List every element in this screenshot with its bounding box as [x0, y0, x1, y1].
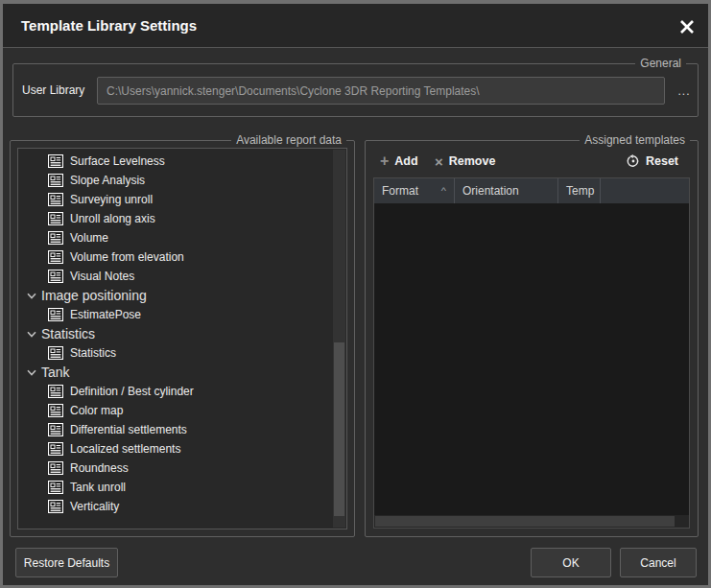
table-horizontal-scrollbar[interactable] [374, 515, 689, 528]
report-icon [48, 442, 63, 456]
tree-item-label: Localized settlements [70, 442, 180, 456]
report-icon [48, 461, 63, 475]
sort-ascending-icon: ^ [441, 186, 446, 195]
tree-item-label: Image positioning [41, 288, 147, 303]
tree-item[interactable]: Verticality [18, 497, 332, 516]
report-icon [48, 154, 63, 168]
report-icon [48, 174, 63, 187]
tree-item[interactable]: Unroll along axis [18, 209, 332, 228]
report-icon [48, 346, 63, 360]
ok-button[interactable]: OK [531, 548, 611, 577]
report-data-tree: Surface LevelnessSlope AnalysisSurveying… [17, 148, 347, 529]
title-bar: Template Library Settings [3, 4, 708, 48]
tree-item[interactable]: Surface Levelness [18, 152, 332, 171]
user-library-input[interactable] [97, 77, 665, 105]
assigned-toolbar: + Add × Remove Reset [373, 150, 690, 173]
chevron-down-icon[interactable] [27, 293, 36, 299]
template-library-settings-dialog: Template Library Settings General User L… [0, 0, 711, 588]
general-group: General User Library ... [12, 63, 699, 117]
chevron-down-icon[interactable] [27, 369, 36, 376]
report-icon [48, 385, 63, 398]
report-icon [48, 481, 63, 494]
tree-item-label: Volume from elevation [70, 250, 184, 264]
reset-button[interactable]: Reset [627, 150, 678, 173]
tree-group-header[interactable]: Image positioning [18, 286, 332, 305]
tree-item-label: Tank unroll [70, 481, 126, 494]
tree-item-label: Surface Levelness [70, 154, 165, 168]
tree-item[interactable]: Tank unroll [18, 478, 332, 497]
tree-item-label: Definition / Best cylinder [70, 385, 194, 398]
available-report-data-group: Available report data Surface LevelnessS… [10, 140, 355, 537]
tree-item-label: Visual Notes [70, 270, 134, 283]
column-header-temp[interactable]: Temp [558, 178, 601, 203]
tree-item[interactable]: Roundness [18, 459, 332, 478]
tree-item[interactable]: Slope Analysis [18, 171, 332, 190]
restore-defaults-button[interactable]: Restore Defaults [15, 548, 118, 577]
tree-scrollbar-thumb[interactable] [334, 342, 344, 516]
templates-table-header: Format^OrientationTemp [374, 178, 689, 203]
plus-icon: + [380, 153, 389, 169]
templates-table-body[interactable] [374, 203, 689, 515]
tree-item-label: Unroll along axis [70, 212, 155, 225]
dialog-title: Template Library Settings [21, 4, 197, 48]
tree-item[interactable]: Color map [18, 401, 332, 420]
reset-icon [627, 154, 640, 168]
tree-item-label: Surveying unroll [70, 193, 153, 206]
assigned-templates-label: Assigned templates [580, 133, 690, 148]
tree-item[interactable]: Visual Notes [18, 267, 332, 286]
tree-item-label: Differential settlements [70, 423, 187, 436]
report-icon [48, 500, 63, 513]
tree-item[interactable]: Statistics [18, 343, 332, 363]
tree-item[interactable]: Volume [18, 228, 332, 247]
report-icon [48, 212, 63, 225]
report-icon [48, 193, 63, 206]
chevron-down-icon[interactable] [27, 331, 36, 338]
close-icon [678, 18, 696, 35]
column-header-label: Temp [566, 184, 594, 198]
tree-item-label: Statistics [70, 346, 116, 360]
remove-button[interactable]: × Remove [435, 150, 495, 173]
report-data-tree-items: Surface LevelnessSlope AnalysisSurveying… [18, 152, 332, 516]
remove-button-label: Remove [449, 154, 496, 168]
tree-item[interactable]: Differential settlements [18, 420, 332, 439]
tree-item[interactable]: Definition / Best cylinder [18, 382, 332, 401]
table-scrollbar-thumb[interactable] [375, 516, 675, 527]
report-icon [48, 423, 63, 436]
report-icon [48, 250, 63, 264]
tree-item-label: Statistics [41, 326, 95, 341]
tree-item-label: Volume [70, 231, 108, 245]
column-header-label: Orientation [462, 184, 519, 198]
report-icon [48, 308, 63, 321]
column-header-label: Format [382, 184, 418, 198]
tree-group-header[interactable]: Statistics [18, 324, 332, 343]
general-group-label: General [635, 57, 686, 71]
column-header-blank[interactable] [601, 178, 689, 203]
x-icon: × [435, 154, 443, 169]
tree-item-label: Slope Analysis [70, 174, 145, 187]
report-icon [48, 404, 63, 417]
tree-item[interactable]: Surveying unroll [18, 190, 332, 209]
available-report-data-label: Available report data [231, 133, 346, 148]
close-button[interactable] [676, 16, 698, 37]
column-header-orientation[interactable]: Orientation [455, 178, 558, 203]
tree-group-header[interactable]: Tank [18, 363, 332, 382]
tree-item[interactable]: Volume from elevation [18, 247, 332, 267]
reset-button-label: Reset [646, 154, 678, 168]
report-icon [48, 231, 63, 245]
cancel-button[interactable]: Cancel [620, 548, 697, 577]
tree-item[interactable]: Localized settlements [18, 439, 332, 459]
tree-item[interactable]: EstimatePose [18, 305, 332, 324]
column-header-format[interactable]: Format^ [374, 178, 455, 203]
assigned-templates-group: Assigned templates + Add × Remove Reset … [365, 140, 699, 537]
assigned-templates-table: Format^OrientationTemp [373, 177, 690, 529]
user-library-label: User Library [22, 64, 84, 116]
tree-item-label: Tank [41, 365, 70, 380]
browse-button[interactable]: ... [673, 77, 696, 105]
tree-item-label: EstimatePose [70, 308, 141, 321]
tree-item-label: Roundness [70, 461, 129, 475]
report-icon [48, 270, 63, 283]
tree-item-label: Verticality [70, 500, 119, 513]
add-button-label: Add [394, 154, 417, 168]
tree-vertical-scrollbar[interactable] [333, 150, 345, 528]
add-button[interactable]: + Add [380, 150, 418, 173]
